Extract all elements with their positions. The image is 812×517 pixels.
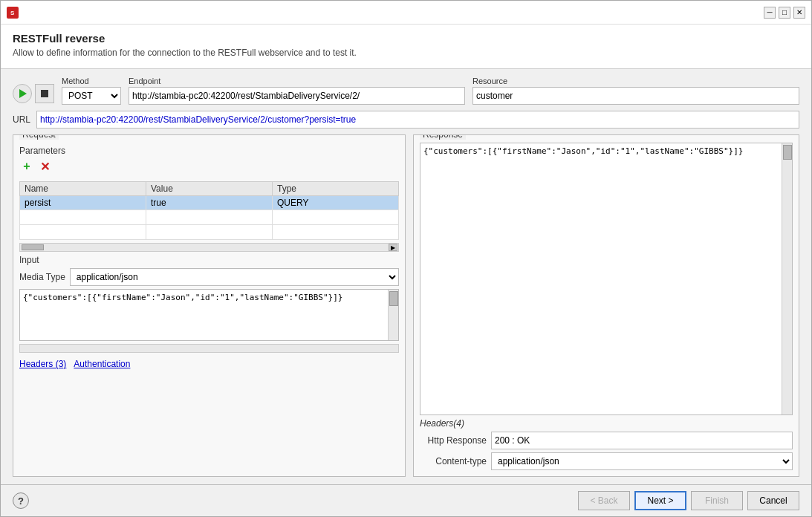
bottom-bar: ? < Back Next > Finish Cancel [1,484,811,516]
response-vscroll[interactable] [782,143,792,414]
resource-input[interactable]: customer [472,87,799,105]
stop-icon [41,90,48,97]
method-select[interactable]: POST GET PUT DELETE [62,87,121,105]
response-body-textarea[interactable]: {"customers":[{"firstName":"Jason","id":… [420,143,792,414]
title-bar-left: S [7,7,19,19]
response-body-container: {"customers":[{"firstName":"Jason","id":… [420,143,793,415]
method-label: Method [62,77,121,85]
table-row[interactable] [20,225,399,240]
table-row[interactable]: persist true QUERY [20,196,399,210]
help-icon: ? [18,495,24,507]
response-group: Response {"customers":[{"firstName":"Jas… [413,134,799,477]
resource-label: Resource [472,77,799,85]
media-type-label: Media Type [19,272,65,282]
endpoint-label: Endpoint [129,77,465,85]
input-section: Input Media Type application/json applic… [13,252,405,344]
http-response-row: Http Response 200 : OK [420,432,793,449]
http-response-value: 200 : OK [491,432,793,449]
cell-type: QUERY [273,196,399,210]
params-title: Parameters [19,146,399,156]
cell-type [273,225,399,240]
input-vscroll[interactable] [388,290,398,340]
cell-value [146,225,273,240]
add-param-button[interactable]: + [19,159,34,174]
cell-name [20,210,146,225]
params-table: Name Value Type persist true QUERY [19,181,399,240]
url-row: URL http://stambia-pc20:42200/rest/Stamb… [13,111,799,129]
endpoint-group: Endpoint http://stambia-pc20:42200/rest/… [129,77,465,105]
minimize-button[interactable]: ─ [764,7,776,19]
response-headers-section: Headers(4) Http Response 200 : OK Conten… [414,415,799,476]
title-bar-controls: ─ □ ✕ [764,7,805,19]
run-button[interactable] [13,84,32,103]
response-group-title: Response [420,134,466,140]
bottom-right: < Back Next > Finish Cancel [578,491,799,510]
cell-type [273,210,399,225]
right-panel: Response {"customers":[{"firstName":"Jas… [413,134,799,477]
main-window: S ─ □ ✕ RESTFull reverse Allow to define… [0,0,812,517]
content-type-select[interactable]: application/json application/xml text/pl… [491,452,793,470]
endpoint-input[interactable]: http://stambia-pc20:42200/rest/StambiaDe… [129,87,465,105]
table-hscrollbar[interactable]: ▶ [19,243,399,252]
media-type-select[interactable]: application/json application/xml text/pl… [70,268,399,286]
url-input[interactable]: http://stambia-pc20:42200/rest/StambiaDe… [36,111,799,129]
back-button[interactable]: < Back [578,491,630,510]
cell-name [20,225,146,240]
table-row[interactable] [20,210,399,225]
header-section: RESTFull reverse Allow to define informa… [1,25,811,69]
close-button[interactable]: ✕ [793,7,805,19]
left-panel: Request Parameters + ✕ [13,134,406,477]
page-title: RESTFull reverse [13,32,799,45]
stop-button[interactable] [35,84,54,103]
page-subtitle: Allow to define information for the conn… [13,48,799,58]
method-group: Method POST GET PUT DELETE [62,77,121,105]
finish-button[interactable]: Finish [691,491,743,510]
cell-value [146,210,273,225]
bottom-left: ? [13,492,29,509]
content-area: Method POST GET PUT DELETE Endpoint http… [1,69,811,484]
tab-headers[interactable]: Headers (3) [19,359,66,369]
params-toolbar: + ✕ [19,159,399,174]
method-row: Method POST GET PUT DELETE Endpoint http… [13,77,799,105]
run-icon [19,89,27,98]
next-button[interactable]: Next > [634,491,686,510]
input-body-textarea[interactable]: {"customers":[{"firstName":"Jason","id":… [20,290,398,340]
resource-group: Resource customer [472,77,799,105]
content-type-row: Content-type application/json applicatio… [420,452,793,470]
delete-param-button[interactable]: ✕ [37,159,52,174]
cell-name: persist [20,196,146,210]
col-type: Type [273,182,399,196]
request-group: Request Parameters + ✕ [13,134,406,477]
url-label: URL [13,114,32,125]
content-type-label: Content-type [420,456,487,466]
input-hscroll[interactable] [19,344,399,353]
http-response-label: Http Response [420,435,487,446]
params-table-container: Name Value Type persist true QUERY [13,181,405,243]
input-section-title: Input [19,255,399,265]
col-name: Name [20,182,146,196]
params-section: Parameters + ✕ [13,143,405,181]
title-bar: S ─ □ ✕ [1,1,811,25]
help-button[interactable]: ? [13,492,29,509]
maximize-button[interactable]: □ [779,7,790,19]
request-tabs-row: Headers (3) Authentication [13,356,405,369]
cell-value: true [146,196,273,210]
cancel-button[interactable]: Cancel [747,491,799,510]
tab-authentication[interactable]: Authentication [74,359,130,369]
col-value: Value [146,182,273,196]
media-type-row: Media Type application/json application/… [19,268,399,286]
panels-row: Request Parameters + ✕ [13,134,799,477]
request-group-title: Request [19,134,59,140]
input-body-container: {"customers":[{"firstName":"Jason","id":… [19,289,399,341]
response-headers-title: Headers(4) [420,418,793,429]
svg-text:S: S [10,10,15,16]
app-icon: S [7,7,19,19]
